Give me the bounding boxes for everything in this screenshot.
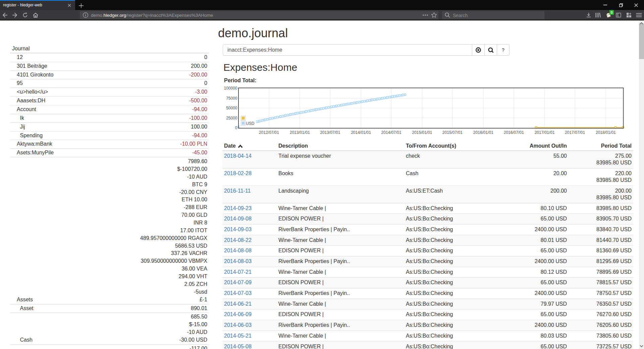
svg-text:2013/07/01: 2013/07/01 [320, 130, 340, 135]
svg-text:2012/07/01: 2012/07/01 [259, 130, 279, 135]
svg-text:2015/07/01: 2015/07/01 [442, 130, 463, 135]
svg-text:2017/01/01: 2017/01/01 [535, 130, 555, 135]
svg-text:2014/01/01: 2014/01/01 [351, 130, 371, 135]
svg-text:2016/01/01: 2016/01/01 [473, 130, 493, 135]
svg-text:USD: USD [246, 121, 255, 126]
svg-text:2016/07/01: 2016/07/01 [504, 130, 524, 135]
svg-text:100000: 100000 [224, 86, 237, 91]
svg-text:2018/01/01: 2018/01/01 [596, 130, 616, 135]
svg-text:2015/01/01: 2015/01/01 [412, 130, 432, 135]
svg-text:2014/07/01: 2014/07/01 [381, 130, 401, 135]
svg-text:2017/07/01: 2017/07/01 [565, 130, 585, 135]
svg-text:50000: 50000 [226, 106, 237, 110]
svg-text:75000: 75000 [226, 96, 237, 101]
svg-text:2013/01/01: 2013/01/01 [290, 130, 310, 135]
svg-text:0: 0 [235, 126, 237, 130]
svg-text:25000: 25000 [226, 116, 237, 120]
